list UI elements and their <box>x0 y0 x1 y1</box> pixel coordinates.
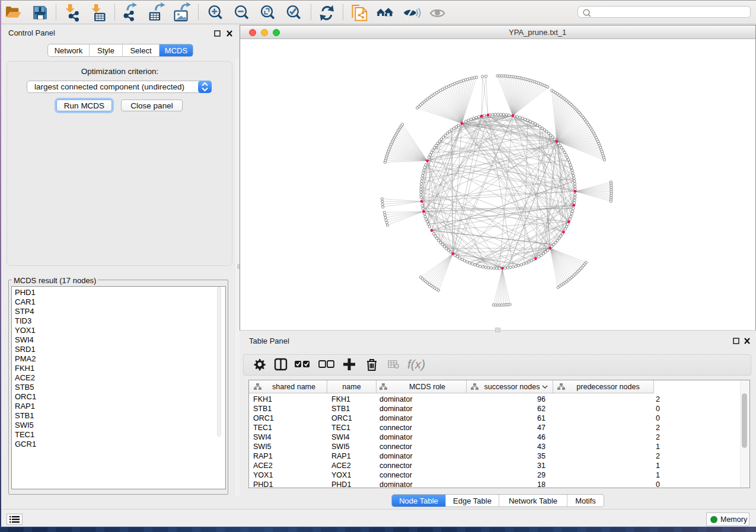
svg-text:f(x): f(x) <box>407 357 425 371</box>
